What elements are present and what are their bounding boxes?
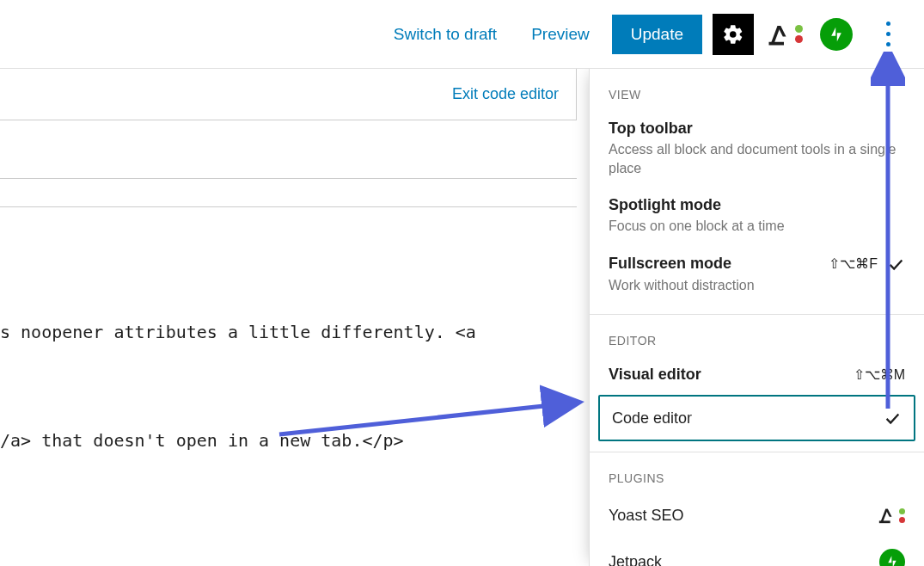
options-dropdown-panel: VIEW Top toolbar Access all block and do… bbox=[589, 69, 924, 566]
gear-icon bbox=[722, 23, 744, 46]
switch-to-draft-button[interactable]: Switch to draft bbox=[382, 18, 509, 51]
exit-code-editor-button[interactable]: Exit code editor bbox=[452, 85, 559, 103]
section-label-editor: EDITOR bbox=[590, 315, 924, 356]
section-label-plugins: PLUGINS bbox=[590, 452, 924, 494]
code-editor-content[interactable]: s noopener attributes a little different… bbox=[0, 206, 577, 566]
yoast-icon bbox=[878, 506, 905, 525]
more-options-button[interactable] bbox=[867, 14, 909, 55]
menu-item-code-editor[interactable]: Code editor bbox=[598, 395, 915, 441]
menu-item-visual-editor[interactable]: Visual editor ⇧⌥⌘M bbox=[590, 356, 924, 393]
menu-item-jetpack[interactable]: Jetpack bbox=[590, 537, 924, 566]
section-label-view: VIEW bbox=[590, 69, 924, 110]
yoast-icon bbox=[767, 22, 803, 47]
jetpack-icon bbox=[879, 549, 905, 566]
jetpack-button[interactable] bbox=[816, 14, 857, 55]
menu-item-fullscreen-mode[interactable]: Fullscreen mode ⇧⌥⌘F Work without distra… bbox=[590, 245, 924, 305]
preview-button[interactable]: Preview bbox=[519, 18, 602, 51]
jetpack-icon bbox=[820, 18, 853, 51]
menu-item-top-toolbar[interactable]: Top toolbar Access all block and documen… bbox=[590, 110, 924, 187]
editor-area: Exit code editor s noopener attributes a… bbox=[0, 69, 589, 566]
svg-rect-1 bbox=[879, 521, 890, 524]
check-icon bbox=[886, 255, 905, 274]
update-button[interactable]: Update bbox=[612, 15, 702, 54]
shortcut-label: ⇧⌥⌘M bbox=[854, 366, 905, 383]
check-icon bbox=[883, 409, 902, 428]
svg-rect-0 bbox=[769, 41, 785, 45]
top-toolbar: Switch to draft Preview Update bbox=[0, 0, 924, 69]
settings-button[interactable] bbox=[713, 14, 754, 55]
menu-item-spotlight-mode[interactable]: Spotlight mode Focus on one block at a t… bbox=[590, 187, 924, 245]
more-vertical-icon bbox=[886, 22, 890, 26]
menu-item-yoast-seo[interactable]: Yoast SEO bbox=[590, 494, 924, 537]
shortcut-label: ⇧⌥⌘F bbox=[829, 255, 878, 272]
yoast-button[interactable] bbox=[764, 14, 805, 55]
